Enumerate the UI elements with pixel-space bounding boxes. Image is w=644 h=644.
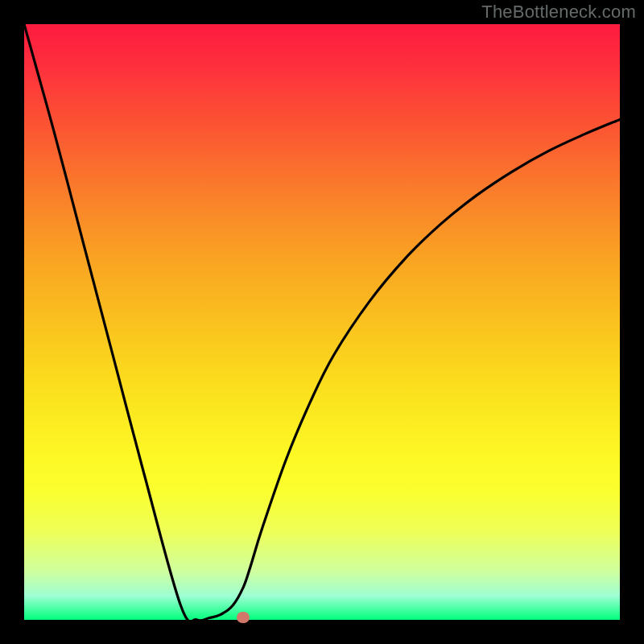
curve-svg (24, 24, 620, 620)
optimum-marker (237, 612, 250, 623)
watermark-text: TheBottleneck.com (481, 2, 636, 23)
chart-frame: TheBottleneck.com (0, 0, 644, 644)
bottleneck-curve (24, 24, 620, 620)
plot-area (24, 24, 620, 620)
